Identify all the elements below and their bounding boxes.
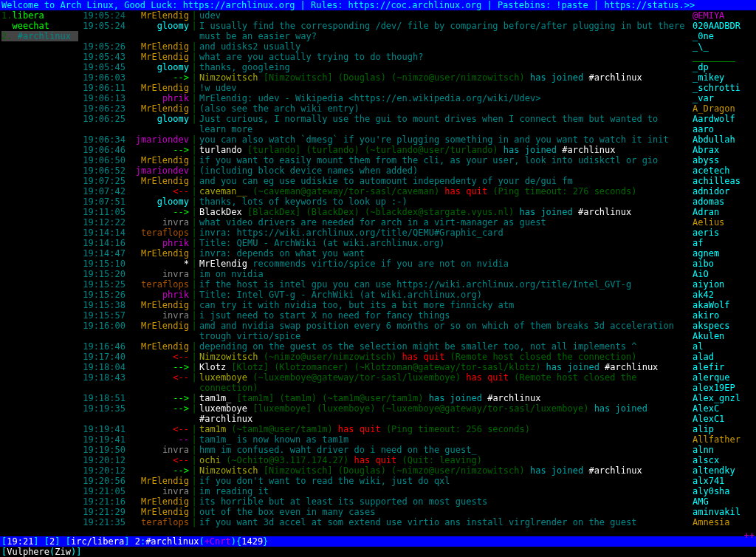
nick-item[interactable]: alscx bbox=[693, 455, 756, 465]
nick-item[interactable]: alefir bbox=[693, 362, 756, 372]
nick-item[interactable]: AlexC bbox=[693, 403, 756, 414]
nick-item[interactable]: acetech bbox=[693, 165, 756, 176]
chat-line: 19:18:04-->|Klotz [Klotz] (Klotzomancer)… bbox=[80, 362, 688, 372]
nick-item[interactable]: AiO bbox=[693, 269, 756, 279]
chat-line: 19:20:12<--|ochi (~Ochito@93.117.174.27)… bbox=[80, 455, 688, 465]
nick-item[interactable]: altendky bbox=[693, 465, 756, 476]
chat-line: 19:18:51-->|tam1m_ [tam1m] (tam1m) (~tam… bbox=[80, 393, 688, 403]
nick-item[interactable]: Allfather bbox=[693, 434, 756, 445]
nick-item[interactable]: aaro bbox=[693, 124, 756, 134]
nick-item[interactable]: Akulen bbox=[693, 331, 756, 341]
nick-item[interactable]: AMG bbox=[693, 496, 756, 507]
chat-line: 19:06:23MrElendig|(also see the arch wik… bbox=[80, 103, 688, 114]
nick-item[interactable]: alerque bbox=[693, 372, 756, 383]
nick-item[interactable]: _\_ bbox=[693, 41, 756, 52]
status-bar: [19:21] [2] [irc/libera] 2:#archlinux(+C… bbox=[0, 536, 756, 547]
chat-line: 19:07:42<--|caveman__ (~caveman@gateway/… bbox=[80, 186, 688, 197]
input-bar[interactable]: [Vulphere(Ziw)] bbox=[0, 547, 756, 557]
chat-line: 19:16:46MrElendig|depending on the guest… bbox=[80, 341, 688, 352]
nick-item[interactable]: A_Dragon bbox=[693, 103, 756, 114]
chat-line: 19:21:16MrElendig|its horrible but at le… bbox=[80, 496, 688, 507]
nick-item[interactable]: ak42 bbox=[693, 290, 756, 300]
nick-item[interactable]: _dp bbox=[693, 62, 756, 72]
chat-line: 19:15:26phrik|Title: Intel GVT-g - ArchW… bbox=[80, 290, 688, 300]
nick-item[interactable]: ________ bbox=[693, 52, 756, 62]
nick-item[interactable]: alnn bbox=[693, 445, 756, 455]
nick-item[interactable]: akspecs bbox=[693, 321, 756, 331]
topic-bar: Welcome to Arch Linux, Good Luck: https:… bbox=[0, 0, 756, 10]
chat-line: 19:06:52jmariondev|(including block devi… bbox=[80, 165, 688, 176]
nick-item[interactable]: Aardwolf bbox=[693, 114, 756, 124]
buffer-item[interactable]: 2. #archlinux bbox=[1, 31, 78, 41]
message-log[interactable]: 19:05:24MrElendig|udev19:05:24gloomy|I u… bbox=[80, 10, 688, 536]
nick-item[interactable]: akiro bbox=[693, 310, 756, 321]
nick-item[interactable]: akaWolf bbox=[693, 300, 756, 310]
nick-item[interactable]: Amnesia bbox=[693, 517, 756, 527]
nick-item[interactable]: _0ne bbox=[693, 31, 756, 41]
nick-item[interactable]: @EMIYA bbox=[693, 10, 756, 21]
chat-line: 19:19:41<--|tam1m (~tam1m@user/tam1m) ha… bbox=[80, 424, 688, 434]
chat-line: 19:05:43MrElendig|what are you actually … bbox=[80, 52, 688, 62]
nick-item[interactable]: Abrax bbox=[693, 145, 756, 155]
chat-line: 19:06:25gloomy|Just curious, I normally … bbox=[80, 114, 688, 134]
chat-line: 19:21:29MrElendig|out of the box even in… bbox=[80, 507, 688, 517]
nick-item[interactable]: Aelius bbox=[693, 217, 756, 228]
buffer-item[interactable]: 1.libera bbox=[1, 10, 78, 21]
chat-area: 19:05:24MrElendig|udev19:05:24gloomy|I u… bbox=[80, 10, 688, 536]
nick-item[interactable]: achilleas bbox=[693, 176, 756, 186]
nick-item[interactable]: 020AADBDR bbox=[693, 21, 756, 31]
nick-item[interactable]: _schrotti bbox=[693, 83, 756, 93]
chat-line: 19:06:11MrElendig|!w udev bbox=[80, 83, 688, 93]
chat-line: 19:06:34jmariondev|you can also watch `d… bbox=[80, 134, 688, 145]
chat-line: 19:12:22invra|what video drivers are nee… bbox=[80, 217, 688, 228]
chat-line: 19:14:14teraflops|invra: https://wiki.ar… bbox=[80, 228, 688, 238]
chat-line: 19:05:45gloomy|thanks, googleing bbox=[80, 62, 688, 72]
chat-line: 19:06:50MrElendig|if you want to easily … bbox=[80, 155, 688, 165]
nick-item[interactable]: aminvakil bbox=[693, 507, 756, 517]
nick-item[interactable]: al bbox=[693, 341, 756, 352]
chat-line: 19:15:20invra|im on nvidia bbox=[80, 269, 688, 279]
chat-line: 19:20:56MrElendig|if you don't want to r… bbox=[80, 476, 688, 486]
nick-item[interactable]: _var bbox=[693, 93, 756, 103]
buffer-list[interactable]: 1.libera weechat2. #archlinux bbox=[0, 10, 80, 536]
chat-line: 19:15:57invra|i jsut need to start X no … bbox=[80, 310, 688, 321]
nick-list[interactable]: @EMIYA020AADBDR_0ne_\__________dp_mikey_… bbox=[688, 10, 756, 536]
chat-line: 19:05:26MrElendig|and udisks2 usually bbox=[80, 41, 688, 52]
chat-line: 19:05:24MrElendig|udev bbox=[80, 10, 688, 21]
chat-line: 19:11:05-->|BlackDex [BlackDex] (BlackDe… bbox=[80, 207, 688, 217]
nick-item[interactable]: alad bbox=[693, 352, 756, 362]
nick-item[interactable]: af bbox=[693, 238, 756, 248]
chat-line: 19:17:40<--|Nimzowitsch (~nimzo@user/nim… bbox=[80, 352, 688, 362]
chat-line: 19:15:25teraflops|if the host is intel g… bbox=[80, 279, 688, 290]
chat-line: 19:16:00MrElendig|amd and nvidia swap po… bbox=[80, 321, 688, 341]
nick-item[interactable]: adnidor bbox=[693, 186, 756, 197]
nick-item[interactable]: alx741 bbox=[693, 476, 756, 486]
nick-item[interactable]: aiyion bbox=[693, 279, 756, 290]
nick-item[interactable]: AlexC1 bbox=[693, 414, 756, 424]
nick-item[interactable]: abyss bbox=[693, 155, 756, 165]
nick-item[interactable]: adomas bbox=[693, 197, 756, 207]
weechat-app: Welcome to Arch Linux, Good Luck: https:… bbox=[0, 0, 756, 557]
scroll-indicator-icon: ++ bbox=[744, 530, 755, 541]
nick-item[interactable]: alex19EP bbox=[693, 383, 756, 393]
chat-line: 19:18:43<--|luxemboye (~luxemboye@gatewa… bbox=[80, 372, 688, 393]
buffer-item[interactable]: weechat bbox=[1, 21, 78, 31]
nick-item[interactable]: Alex_gnzl bbox=[693, 393, 756, 403]
chat-line: 19:20:12-->|Nimzowitsch [Nimzowitsch] (D… bbox=[80, 465, 688, 476]
nick-item[interactable]: aeris bbox=[693, 228, 756, 238]
chat-line: 19:14:47MrElendig|invra: depends on what… bbox=[80, 248, 688, 259]
chat-line: 19:07:51gloomy|thanks, lots of keywords … bbox=[80, 197, 688, 207]
nick-item[interactable]: aibo bbox=[693, 259, 756, 269]
nick-item[interactable]: aly0sha bbox=[693, 486, 756, 496]
chat-line: 19:19:35-->|luxemboye [luxemboye] (luxem… bbox=[80, 403, 688, 424]
nick-item[interactable]: Adran bbox=[693, 207, 756, 217]
chat-line: 19:07:25MrElendig|and you can eg use udi… bbox=[80, 176, 688, 186]
nick-item[interactable]: alip bbox=[693, 424, 756, 434]
nick-item[interactable]: agnem bbox=[693, 248, 756, 259]
chat-line: 19:06:13phrik|MrElendig: udev - Wikipedi… bbox=[80, 93, 688, 103]
chat-line: 19:05:24gloomy|I usually find the corres… bbox=[80, 21, 688, 41]
main-area: 1.libera weechat2. #archlinux 19:05:24Mr… bbox=[0, 10, 756, 536]
nick-item[interactable]: Abdullah bbox=[693, 134, 756, 145]
chat-line: 19:14:16phrik|Title: QEMU - ArchWiki (at… bbox=[80, 238, 688, 248]
nick-item[interactable]: _mikey bbox=[693, 72, 756, 83]
